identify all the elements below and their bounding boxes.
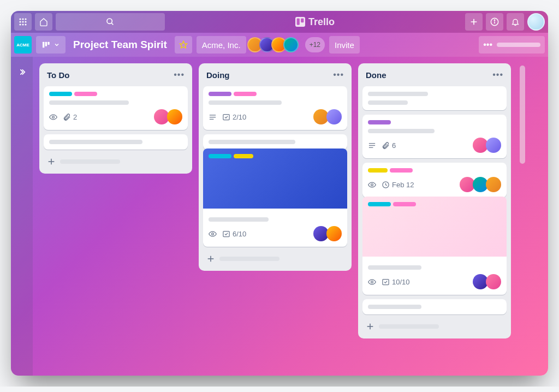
svg-point-37: [371, 183, 373, 186]
search-input[interactable]: [56, 13, 165, 31]
plus-icon: [47, 157, 56, 166]
svg-point-4: [22, 21, 23, 22]
board-icon: [41, 40, 50, 49]
sidebar-collapsed: [11, 57, 33, 376]
card[interactable]: [203, 134, 347, 150]
card[interactable]: [362, 86, 507, 110]
eye-icon: [49, 113, 57, 121]
attachment-badge: 6: [382, 141, 396, 150]
plus-icon: [206, 254, 215, 263]
checklist-badge: 10/10: [382, 278, 410, 286]
label-pink: [74, 92, 97, 96]
notifications-button[interactable]: [507, 13, 524, 31]
app-name: Trello: [308, 16, 335, 28]
card[interactable]: 10/10: [362, 202, 507, 295]
label-cyan: [209, 154, 231, 158]
card[interactable]: [44, 134, 188, 150]
checklist-icon: [382, 278, 390, 286]
label-cyan: [49, 92, 72, 96]
svg-point-7: [22, 23, 23, 25]
scrollbar-thumb[interactable]: [520, 66, 525, 164]
add-card-button[interactable]: [203, 251, 347, 266]
list-menu-button[interactable]: •••: [492, 70, 503, 80]
card[interactable]: 6: [362, 115, 507, 158]
info-icon: [490, 17, 499, 26]
card[interactable]: [362, 299, 507, 314]
bell-icon: [511, 17, 520, 26]
trello-logo-icon: [295, 17, 305, 27]
watch-badge: [49, 113, 57, 121]
star-button[interactable]: [175, 36, 192, 54]
list-menu-button[interactable]: •••: [174, 70, 185, 80]
board-view-switcher[interactable]: [36, 36, 66, 54]
topbar: Trello: [11, 11, 548, 33]
list-doing: Doing •••: [199, 63, 352, 271]
board-menu-button[interactable]: •••: [479, 36, 545, 54]
user-avatar[interactable]: [527, 13, 545, 31]
watch-badge: [368, 278, 376, 286]
label-pink: [234, 92, 257, 96]
expand-sidebar-button[interactable]: [15, 66, 28, 79]
eye-icon: [368, 181, 376, 189]
card[interactable]: 2/10: [203, 86, 347, 130]
add-card-button[interactable]: [44, 154, 188, 169]
member-stack[interactable]: [251, 37, 299, 52]
scrollbar[interactable]: [520, 66, 525, 164]
list-done: Done •••: [358, 63, 511, 338]
card-member: [326, 226, 342, 241]
label-purple: [209, 92, 231, 96]
svg-rect-19: [43, 42, 44, 48]
card-cover: [362, 197, 507, 257]
svg-point-2: [25, 18, 26, 20]
app-brand: Trello: [168, 16, 462, 28]
create-button[interactable]: [465, 13, 483, 31]
checklist-badge: 6/10: [222, 230, 246, 238]
label-yellow: [368, 168, 388, 173]
svg-point-3: [19, 21, 21, 22]
svg-point-9: [107, 19, 112, 23]
svg-point-8: [25, 23, 26, 25]
svg-point-0: [19, 18, 21, 20]
svg-line-10: [111, 23, 113, 25]
svg-rect-31: [223, 231, 229, 236]
list-title[interactable]: Doing: [206, 70, 230, 80]
paperclip-icon: [63, 113, 71, 121]
member-avatar[interactable]: [283, 37, 299, 52]
app-window: Trello ACME Project Team Spirit Acme, In…: [11, 11, 548, 376]
list-menu-button[interactable]: •••: [333, 70, 344, 80]
chevron-right-icon: [17, 68, 26, 76]
list-todo: To Do •••: [39, 63, 192, 174]
svg-point-30: [212, 233, 214, 235]
clock-icon: [382, 181, 390, 189]
label-cyan: [368, 202, 391, 206]
card-cover: [203, 149, 347, 209]
card[interactable]: Feb 12: [362, 163, 507, 198]
description-icon: [209, 113, 217, 121]
svg-point-5: [25, 21, 26, 22]
invite-button[interactable]: Invite: [329, 36, 360, 54]
card[interactable]: 6/10: [203, 154, 347, 247]
board-title[interactable]: Project Team Spirit: [70, 39, 170, 51]
label-yellow: [234, 154, 253, 158]
watch-badge: [368, 181, 376, 189]
list-title[interactable]: Done: [366, 70, 386, 80]
svg-marker-22: [180, 41, 187, 48]
workspace-button[interactable]: Acme, Inc.: [197, 36, 246, 54]
apps-button[interactable]: [14, 13, 32, 31]
svg-rect-29: [223, 114, 229, 120]
star-icon: [179, 40, 188, 49]
board-area: To Do •••: [11, 57, 548, 376]
card-member: [326, 109, 342, 124]
label-pink: [390, 168, 413, 173]
add-card-button[interactable]: [362, 319, 507, 334]
more-members-count[interactable]: +12: [305, 37, 325, 52]
svg-point-39: [371, 281, 373, 283]
ellipsis-icon: •••: [483, 40, 492, 50]
due-date-badge: Feb 12: [382, 181, 414, 189]
list-title[interactable]: To Do: [47, 70, 69, 80]
paperclip-icon: [382, 141, 390, 150]
card[interactable]: 2: [44, 86, 188, 130]
home-button[interactable]: [35, 13, 52, 31]
info-button[interactable]: [486, 13, 503, 31]
board-bar: ACME Project Team Spirit Acme, Inc. +12 …: [11, 33, 548, 57]
